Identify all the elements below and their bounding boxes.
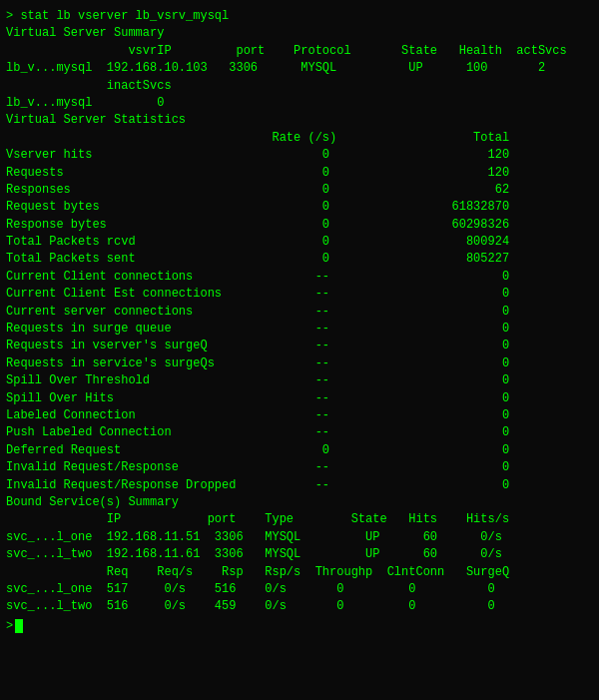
output-line-34: svc_...l_two 192.168.11.61 3306 MYSQL UP… [6, 546, 593, 563]
output-line-29: Invalid Request/Response Dropped -- 0 [6, 477, 593, 494]
output-line-24: Spill Over Hits -- 0 [6, 390, 593, 407]
output-line-1: Virtual Server Summary [6, 25, 593, 42]
output-line-21: Requests in vserver's surgeQ -- 0 [6, 338, 593, 354]
output-line-17: Current Client connections -- 0 [6, 269, 593, 286]
output-line-3: lb_v...mysql 192.168.10.103 3306 MYSQL U… [6, 60, 593, 77]
output-line-22: Requests in service's surgeQs -- 0 [6, 355, 593, 372]
output-line-11: Requests 0 120 [6, 165, 593, 182]
terminal-cursor [15, 619, 23, 633]
output-line-10: Vserver hits 0 120 [6, 147, 593, 164]
output-line-28: Invalid Request/Response -- 0 [6, 459, 593, 476]
command-line: > stat lb vserver lb_vsrv_mysql [6, 8, 593, 25]
output-line-13: Request bytes 0 61832870 [6, 199, 593, 216]
output-line-33: svc_...l_one 192.168.11.51 3306 MYSQL UP… [6, 529, 593, 546]
output-line-16: Total Packets sent 0 805227 [6, 251, 593, 268]
output-line-5: inactSvcs [6, 78, 593, 95]
output-line-19: Current server connections -- 0 [6, 304, 593, 321]
output-line-8: Virtual Server Statistics [6, 112, 593, 129]
output-line-37: svc_...l_one 517 0/s 516 0/s 0 0 0 [6, 581, 593, 598]
output-line-2: vsvrIP port Protocol State Health actSvc… [6, 43, 593, 60]
output-line-25: Labeled Connection -- 0 [6, 407, 593, 424]
output-line-20: Requests in surge queue -- 0 [6, 321, 593, 338]
terminal-output: Virtual Server Summary vsvrIP port Proto… [6, 25, 593, 615]
output-line-23: Spill Over Threshold -- 0 [6, 372, 593, 389]
output-line-31: Bound Service(s) Summary [6, 494, 593, 511]
terminal-window: > stat lb vserver lb_vsrv_mysql Virtual … [6, 8, 593, 635]
output-line-18: Current Client Est connections -- 0 [6, 286, 593, 303]
output-line-32: IP port Type State Hits Hits/s [6, 511, 593, 528]
output-line-38: svc_...l_two 516 0/s 459 0/s 0 0 0 [6, 598, 593, 615]
output-line-9: Rate (/s) Total [6, 130, 593, 147]
output-line-27: Deferred Request 0 0 [6, 442, 593, 459]
output-line-12: Responses 0 62 [6, 182, 593, 199]
prompt-symbol: > [6, 618, 13, 635]
output-line-15: Total Packets rcvd 0 800924 [6, 234, 593, 251]
prompt-line[interactable]: > [6, 618, 593, 635]
output-line-36: Req Req/s Rsp Rsp/s Throughp ClntConn Su… [6, 564, 593, 581]
output-line-14: Response bytes 0 60298326 [6, 217, 593, 234]
output-line-6: lb_v...mysql 0 [6, 95, 593, 112]
output-line-26: Push Labeled Connection -- 0 [6, 424, 593, 441]
